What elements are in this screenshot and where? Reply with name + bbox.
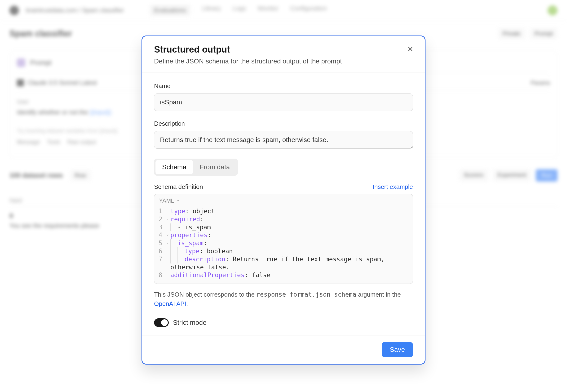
close-button[interactable] bbox=[407, 45, 414, 53]
structured-output-modal: Structured output Define the JSON schema… bbox=[141, 36, 426, 364]
name-input[interactable] bbox=[154, 94, 413, 111]
line-number: 6 bbox=[154, 247, 165, 255]
line-number: 7 bbox=[154, 255, 165, 264]
close-icon bbox=[407, 46, 413, 52]
insert-example-link[interactable]: Insert example bbox=[373, 183, 413, 191]
openai-api-link[interactable]: OpenAI API bbox=[154, 300, 186, 307]
fold-icon[interactable]: ⌄ bbox=[165, 239, 170, 245]
line-number: 4 bbox=[154, 231, 165, 239]
editor-content[interactable]: 1 type: object 2 ⌄ required: 3 - is_spam bbox=[154, 207, 413, 284]
modal-overlay: Structured output Define the JSON schema… bbox=[0, 0, 567, 392]
modal-footer: Save bbox=[142, 335, 425, 364]
toggle-knob bbox=[161, 319, 168, 326]
strict-mode-toggle[interactable] bbox=[154, 318, 169, 327]
modal-subtitle: Define the JSON schema for the structure… bbox=[154, 57, 413, 65]
line-number: 8 bbox=[154, 271, 165, 279]
line-number: 3 bbox=[154, 224, 165, 232]
chevron-down-icon bbox=[176, 199, 180, 203]
modal-title: Structured output bbox=[154, 44, 413, 55]
tab-from-data[interactable]: From data bbox=[193, 160, 237, 174]
schema-definition-label: Schema definition bbox=[154, 183, 203, 191]
fold-icon[interactable]: ⌄ bbox=[165, 231, 170, 237]
modal-body: Name Description Returns true if the tex… bbox=[142, 72, 425, 335]
description-input[interactable]: Returns true if the text message is spam… bbox=[154, 131, 413, 149]
save-button[interactable]: Save bbox=[382, 342, 413, 357]
language-selector[interactable]: YAML bbox=[154, 194, 413, 207]
schema-hint: This JSON object corresponds to the resp… bbox=[154, 290, 413, 308]
editor-language: YAML bbox=[159, 197, 174, 204]
line-number: 5 bbox=[154, 239, 165, 247]
tab-schema[interactable]: Schema bbox=[155, 160, 193, 174]
modal-header: Structured output Define the JSON schema… bbox=[142, 36, 425, 72]
strict-mode-label: Strict mode bbox=[173, 319, 207, 326]
name-label: Name bbox=[154, 82, 413, 90]
description-label: Description bbox=[154, 120, 413, 127]
fold-icon[interactable]: ⌄ bbox=[165, 215, 170, 221]
schema-editor[interactable]: YAML 1 type: object 2 ⌄ required: bbox=[154, 194, 413, 284]
line-number: 1 bbox=[154, 207, 165, 215]
line-number: 2 bbox=[154, 215, 165, 224]
schema-tabs: Schema From data bbox=[154, 159, 238, 176]
